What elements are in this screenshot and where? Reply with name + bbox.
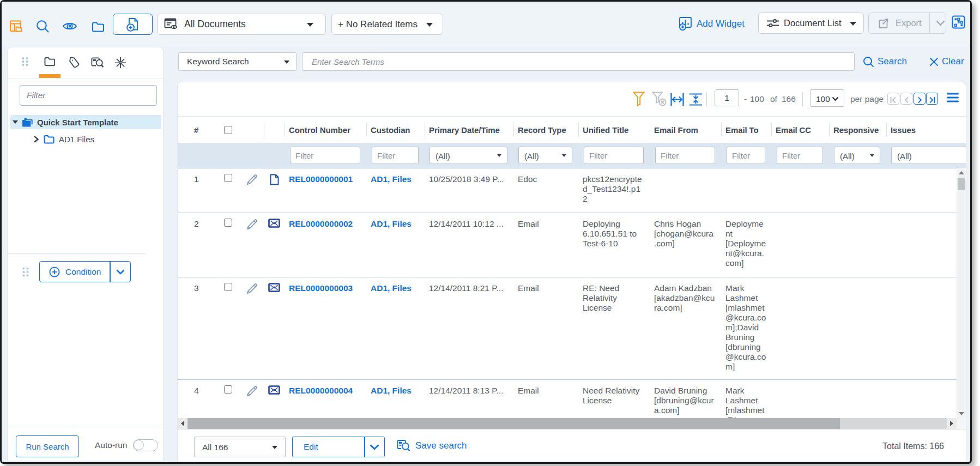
drag-handle-icon[interactable] — [22, 57, 28, 66]
filter-select-value: (All) — [524, 152, 539, 161]
column-header-issues[interactable]: Issues — [886, 117, 966, 143]
column-header-1[interactable] — [216, 117, 240, 143]
control-number-link[interactable]: REL0000000003 — [289, 283, 353, 293]
mass-selection-select[interactable]: All 166 — [194, 437, 286, 457]
column-filter-select[interactable]: (All) — [518, 147, 572, 164]
row-checkbox[interactable] — [224, 219, 232, 227]
new-document-button[interactable] — [113, 14, 153, 35]
edit-icon[interactable] — [246, 219, 258, 277]
email-icon[interactable] — [268, 283, 280, 379]
chevron-down-icon[interactable] — [116, 269, 125, 275]
edit-icon[interactable] — [246, 283, 258, 379]
column-header-email-from[interactable]: Email From — [650, 117, 721, 143]
row-checkbox[interactable] — [224, 283, 232, 291]
tree-item-child[interactable]: AD1 Files — [10, 132, 161, 146]
tree-item-root[interactable]: Quick Start Template — [10, 115, 161, 129]
edit-icon[interactable] — [246, 385, 258, 418]
scroll-right-arrow[interactable] — [947, 418, 957, 429]
search-terms-input[interactable] — [302, 52, 855, 71]
column-header-email-cc[interactable]: Email CC — [771, 117, 829, 143]
column-filter-input[interactable] — [727, 147, 765, 164]
fit-column-width-icon[interactable] — [670, 93, 684, 106]
column-header-responsive[interactable]: Responsive — [829, 117, 886, 143]
horizontal-scrollbar[interactable] — [178, 418, 957, 429]
previous-page-button[interactable] — [900, 93, 912, 105]
mass-edit-button[interactable]: Edit — [292, 437, 385, 457]
scroll-left-arrow[interactable] — [178, 418, 187, 429]
row-checkbox[interactable] — [224, 174, 232, 182]
search-button[interactable]: Search — [863, 52, 907, 71]
scrollbar-thumb[interactable] — [187, 418, 840, 429]
search-icon[interactable] — [36, 20, 50, 33]
column-filter-select[interactable]: (All) — [834, 147, 880, 164]
column-filter-input[interactable] — [584, 147, 644, 164]
column-header-record-type[interactable]: Record Type — [513, 117, 578, 143]
scrollbar-thumb[interactable] — [958, 178, 965, 190]
widget-type-select[interactable]: Document List — [758, 13, 864, 34]
last-page-button[interactable] — [926, 93, 938, 105]
vertical-scrollbar[interactable] — [957, 168, 966, 418]
email-icon[interactable] — [268, 219, 280, 277]
column-header-control-number[interactable]: Control Number — [285, 117, 366, 143]
chevron-down-icon[interactable] — [370, 444, 379, 450]
select-all-checkbox[interactable] — [224, 126, 232, 134]
workspace-logo-icon[interactable] — [9, 20, 22, 33]
column-filter-input[interactable] — [777, 147, 823, 164]
edit-icon[interactable] — [246, 174, 258, 213]
custodian-link[interactable]: AD1, Files — [371, 174, 412, 184]
row-checkbox[interactable] — [224, 385, 232, 394]
custodian-link[interactable]: AD1, Files — [371, 219, 412, 228]
column-header-primary-date-time[interactable]: Primary Date/Time — [425, 117, 513, 143]
custodian-link[interactable]: AD1, Files — [371, 386, 412, 395]
column-header-3[interactable] — [264, 117, 285, 143]
column-filter-select[interactable]: (All) — [891, 147, 966, 164]
column-header-email-to[interactable]: Email To — [721, 117, 771, 143]
page-number-input[interactable] — [715, 89, 739, 106]
search-mode-select[interactable]: Keyword Search — [178, 52, 297, 71]
control-number-link[interactable]: REL0000000004 — [289, 386, 353, 395]
column-header-2[interactable] — [240, 117, 264, 143]
custodian-link[interactable]: AD1, Files — [371, 283, 412, 293]
filter-toggle-icon[interactable] — [633, 92, 645, 106]
panes-layout-icon[interactable] — [952, 15, 965, 29]
clear-button[interactable]: Clear — [929, 52, 964, 71]
custodian-cell: AD1, Files — [366, 277, 425, 379]
collapse-rows-icon[interactable] — [689, 93, 703, 106]
add-widget-button[interactable]: Add Widget — [679, 16, 745, 31]
control-number-link[interactable]: REL0000000001 — [289, 174, 353, 184]
tab-folders[interactable] — [44, 57, 56, 66]
collapse-caret-icon[interactable] — [13, 120, 18, 124]
document-icon[interactable] — [270, 174, 279, 213]
add-condition-button[interactable]: Condition — [39, 261, 131, 282]
tab-saved-searches[interactable] — [91, 57, 104, 68]
drag-handle-icon[interactable] — [22, 267, 29, 277]
column-header-unified-title[interactable]: Unified Title — [578, 117, 650, 143]
run-search-button[interactable]: Run Search — [16, 435, 79, 457]
column-header-custodian[interactable]: Custodian — [366, 117, 425, 143]
sidebar-filter-input[interactable] — [20, 85, 157, 106]
email-icon[interactable] — [268, 385, 280, 418]
column-filter-input[interactable] — [290, 147, 360, 164]
first-page-button[interactable] — [887, 93, 899, 105]
autorun-toggle[interactable] — [133, 439, 158, 451]
per-page-select[interactable]: 100 — [810, 89, 844, 107]
saved-search-select[interactable]: All Documents — [157, 14, 326, 35]
related-items-select[interactable]: + No Related Items — [331, 14, 443, 35]
scroll-down-arrow[interactable] — [957, 409, 966, 418]
folder-icon[interactable] — [92, 21, 105, 32]
tab-tags[interactable] — [69, 57, 80, 68]
eye-icon[interactable] — [62, 21, 77, 32]
document-view-icon — [164, 18, 179, 31]
tab-highlights[interactable] — [114, 57, 126, 69]
column-filter-input[interactable] — [372, 147, 419, 164]
scroll-up-arrow[interactable] — [957, 168, 966, 177]
save-search-button[interactable]: Save search — [397, 439, 467, 452]
chevron-right-icon[interactable] — [34, 136, 39, 143]
column-filter-input[interactable] — [655, 147, 715, 164]
clear-filters-icon[interactable] — [652, 92, 667, 106]
next-page-button[interactable] — [914, 93, 925, 105]
control-number-link[interactable]: REL0000000002 — [289, 219, 353, 228]
menu-icon[interactable] — [947, 92, 959, 103]
column-filter-select[interactable]: (All) — [429, 147, 507, 164]
export-button[interactable]: Export — [868, 13, 946, 34]
